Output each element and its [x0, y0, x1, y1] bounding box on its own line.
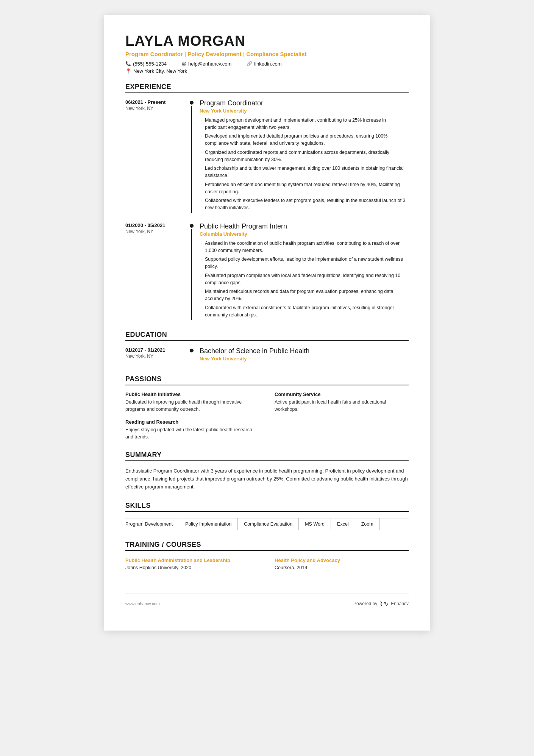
experience-section-title: EXPERIENCE — [125, 83, 409, 93]
footer-website: www.enhancv.com — [125, 601, 160, 606]
skill-6: Zoom — [355, 518, 380, 530]
summary-section: SUMMARY Enthusiastic Program Coordinator… — [125, 451, 409, 491]
training-title-1: Public Health Administration and Leaders… — [125, 557, 259, 564]
skill-3: Compliance Evaluation — [238, 518, 299, 530]
entry-date-col-2: 01/2020 - 05/2021 New York, NY — [125, 222, 190, 321]
skills-section: SKILLS Program Development Policy Implem… — [125, 502, 409, 530]
header: LAYLA MORGAN Program Coordinator | Polic… — [125, 33, 409, 74]
edu-degree-1: Bachelor of Science in Public Health — [200, 347, 409, 355]
training-section: TRAINING / COURSES Public Health Adminis… — [125, 541, 409, 570]
entry-role-1: Program Coordinator — [200, 99, 409, 107]
bullet-1-3: Organized and coordinated reports and co… — [200, 149, 409, 163]
passion-text-2: Active participant in local health fairs… — [275, 399, 409, 413]
skill-2: Policy Implementation — [179, 518, 238, 530]
entry-line-2 — [191, 229, 192, 321]
experience-entry-2: 01/2020 - 05/2021 New York, NY Public He… — [125, 222, 409, 321]
edu-dot-1 — [190, 349, 194, 352]
email-address: help@enhancv.com — [188, 61, 231, 67]
bullet-1-5: Established an efficient document filing… — [200, 181, 409, 196]
bullet-2-2: Supported policy development efforts, le… — [200, 256, 409, 270]
entry-bullets-1: Managed program development and implemen… — [200, 117, 409, 211]
entry-bullets-2: Assisted in the coordination of public h… — [200, 240, 409, 319]
passion-item-3: Reading and Research Enjoys staying upda… — [125, 419, 259, 441]
bullet-1-6: Collaborated with executive leaders to s… — [200, 197, 409, 211]
skill-1: Program Development — [125, 518, 179, 530]
summary-text: Enthusiastic Program Coordinator with 3 … — [125, 467, 409, 491]
contact-row: 📞 (555) 555-1234 @ help@enhancv.com 🔗 li… — [125, 61, 409, 67]
location-text: New York City, New York — [133, 68, 187, 74]
passions-section-title: PASSIONS — [125, 375, 409, 385]
training-sub-1: Johns Hopkins University, 2020 — [125, 565, 259, 570]
training-title-2: Health Policy and Advocacy — [275, 557, 409, 564]
entry-org-1: New York University — [200, 108, 409, 114]
bullet-2-5: Collaborated with external constituents … — [200, 304, 409, 319]
entry-date-1: 06/2021 - Present — [125, 99, 186, 105]
bullet-1-2: Developed and implemented detailed progr… — [200, 133, 409, 147]
training-grid: Public Health Administration and Leaders… — [125, 557, 409, 570]
enhancv-logo-icon: ⌇∿ — [379, 599, 389, 608]
entry-date-col-1: 06/2021 - Present New York, NY — [125, 99, 190, 213]
entry-dot-1 — [190, 101, 194, 105]
skills-row: Program Development Policy Implementatio… — [125, 518, 409, 530]
link-icon: 🔗 — [247, 61, 252, 66]
entry-timeline-2 — [190, 222, 194, 321]
location-row: 📍 New York City, New York — [125, 68, 409, 74]
experience-section: EXPERIENCE 06/2021 - Present New York, N… — [125, 83, 409, 321]
training-sub-2: Coursera, 2019 — [275, 565, 409, 570]
entry-org-2: Columbia University — [200, 231, 409, 237]
passion-title-1: Public Health Initiatives — [125, 391, 259, 397]
skill-5: Excel — [331, 518, 355, 530]
edu-date-1: 01/2017 - 01/2021 — [125, 347, 186, 353]
email-icon: @ — [182, 61, 186, 66]
education-section: EDUCATION 01/2017 - 01/2021 New York, NY… — [125, 331, 409, 365]
page-footer: www.enhancv.com Powered by ⌇∿ Enhancv — [125, 593, 409, 608]
linkedin-url: linkedin.com — [254, 61, 281, 67]
education-entry-1: 01/2017 - 01/2021 New York, NY Bachelor … — [125, 347, 409, 365]
entry-role-2: Public Health Program Intern — [200, 222, 409, 230]
passion-item-2: Community Service Active participant in … — [275, 391, 409, 413]
edu-content-1: Bachelor of Science in Public Health New… — [200, 347, 409, 365]
training-item-2: Health Policy and Advocacy Coursera, 201… — [275, 557, 409, 570]
passion-text-3: Enjoys staying updated with the latest p… — [125, 426, 259, 441]
email-contact: @ help@enhancv.com — [182, 61, 231, 67]
training-section-title: TRAINING / COURSES — [125, 541, 409, 551]
entry-content-2: Public Health Program Intern Columbia Un… — [200, 222, 409, 321]
resume-page: LAYLA MORGAN Program Coordinator | Polic… — [104, 15, 430, 631]
powered-by-text: Powered by — [353, 601, 377, 606]
training-item-1: Public Health Administration and Leaders… — [125, 557, 259, 570]
entry-date-2: 01/2020 - 05/2021 — [125, 222, 186, 228]
skill-4: MS Word — [299, 518, 331, 530]
edu-org-1: New York University — [200, 356, 409, 362]
entry-line-1 — [191, 106, 192, 213]
entry-location-1: New York, NY — [125, 106, 186, 111]
candidate-name: LAYLA MORGAN — [125, 33, 409, 49]
bullet-2-1: Assisted in the coordination of public h… — [200, 240, 409, 254]
passion-item-1: Public Health Initiatives Dedicated to i… — [125, 391, 259, 413]
entry-dot-2 — [190, 224, 194, 228]
bullet-1-4: Led scholarship and tuition waiver manag… — [200, 165, 409, 179]
bullet-2-3: Evaluated program compliance with local … — [200, 272, 409, 286]
brand-name: Enhancv — [391, 601, 409, 606]
passion-text-1: Dedicated to improving public health thr… — [125, 399, 259, 413]
skills-section-title: SKILLS — [125, 502, 409, 512]
summary-section-title: SUMMARY — [125, 451, 409, 461]
passions-section: PASSIONS Public Health Initiatives Dedic… — [125, 375, 409, 440]
edu-timeline-1 — [190, 347, 194, 365]
passion-title-2: Community Service — [275, 391, 409, 397]
phone-number: (555) 555-1234 — [133, 61, 167, 67]
phone-contact: 📞 (555) 555-1234 — [125, 61, 167, 67]
phone-icon: 📞 — [125, 61, 131, 66]
passions-grid: Public Health Initiatives Dedicated to i… — [125, 391, 409, 440]
experience-entry-1: 06/2021 - Present New York, NY Program C… — [125, 99, 409, 213]
location-icon: 📍 — [125, 68, 131, 74]
entry-content-1: Program Coordinator New York University … — [200, 99, 409, 213]
bullet-2-4: Maintained meticulous records and data f… — [200, 288, 409, 302]
linkedin-contact: 🔗 linkedin.com — [247, 61, 281, 67]
education-section-title: EDUCATION — [125, 331, 409, 341]
passion-title-3: Reading and Research — [125, 419, 259, 425]
skills-container: Program Development Policy Implementatio… — [125, 518, 409, 530]
entry-timeline-1 — [190, 99, 194, 213]
entry-location-2: New York, NY — [125, 229, 186, 234]
footer-brand: Powered by ⌇∿ Enhancv — [353, 599, 409, 608]
bullet-1-1: Managed program development and implemen… — [200, 117, 409, 131]
